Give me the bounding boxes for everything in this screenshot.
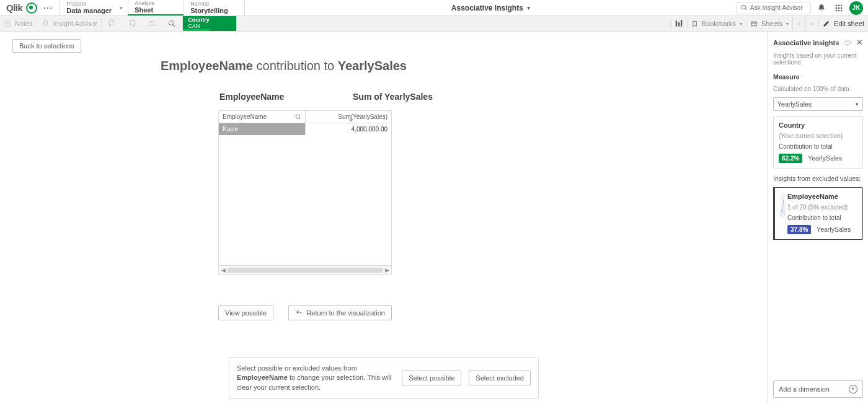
pct-badge: 37.8%: [787, 225, 811, 234]
notes-label: Notes: [15, 20, 33, 27]
chevron-down-icon[interactable]: ▾: [527, 4, 530, 11]
content-area: Back to selections EmployeeName contribu…: [0, 32, 768, 404]
nav-tab-prepare[interactable]: Prepare Data manager ▾: [60, 0, 128, 15]
nav-tab-analyze[interactable]: Analyze Sheet: [128, 0, 184, 15]
top-right: JK: [737, 0, 868, 15]
svg-line-26: [299, 118, 300, 119]
footer-banner: Select possible or excluded values from …: [229, 357, 539, 399]
selection-forward-icon[interactable]: [125, 17, 139, 30]
scroll-left-icon[interactable]: ◀: [219, 267, 228, 273]
svg-point-14: [43, 20, 47, 24]
svg-rect-3: [838, 4, 839, 6]
card-title: EmployeeName: [787, 193, 857, 200]
associative-insights-panel: Associative insights ✕ Insights based on…: [768, 32, 868, 404]
smart-search-icon[interactable]: [165, 17, 179, 30]
view-possible-button[interactable]: View possible: [218, 305, 273, 320]
card-contrib-value: 37.8% YearlySales: [787, 225, 857, 234]
insight-card-country[interactable]: Country (Your current selection) Contrib…: [773, 116, 863, 169]
help-icon[interactable]: [844, 39, 851, 46]
insight-advisor-label: Insight Advisor: [53, 20, 98, 27]
th-label: Sum(YearlySales): [338, 113, 388, 120]
svg-rect-8: [836, 9, 837, 11]
table-header: EmployeeName Sum(YearlySales) ▼: [219, 111, 391, 123]
svg-point-0: [742, 5, 745, 9]
add-dimension-button[interactable]: Add a dimension +: [773, 380, 863, 398]
back-to-selections-button[interactable]: Back to selections: [12, 39, 81, 53]
table-header-cell[interactable]: Sum(YearlySales) ▼: [306, 111, 391, 123]
select-excluded-button[interactable]: Select excluded: [469, 371, 531, 385]
close-icon[interactable]: ✕: [856, 38, 863, 47]
logo-text: Qlik: [6, 2, 22, 13]
top-center: Associative Insights ▾: [245, 0, 737, 15]
search-icon[interactable]: [295, 114, 301, 120]
chevron-down-icon: ▾: [786, 21, 789, 27]
top-app-bar: Qlik ⋯ Prepare Data manager ▾ Analyze Sh…: [0, 0, 868, 16]
chevron-down-icon: ▾: [740, 21, 742, 27]
bookmarks-button[interactable]: Bookmarks ▾: [687, 20, 746, 27]
toolbar: Notes Insight Advisor Country CAN Bookma…: [0, 16, 868, 32]
main: Back to selections EmployeeName contribu…: [0, 32, 868, 404]
nav-tab-top: Prepare: [66, 1, 112, 7]
insight-card-employeename[interactable]: EmployeeName 1 of 20 (5% excluded) Contr…: [773, 187, 863, 240]
clear-selections-icon[interactable]: [145, 17, 159, 30]
next-sheet-button[interactable]: ›: [805, 16, 818, 31]
selection-tools: [102, 16, 183, 31]
pct-badge: 62.2%: [779, 154, 802, 163]
measure-value: YearlySales: [777, 100, 812, 108]
sheets-button[interactable]: Sheets ▾: [746, 20, 792, 27]
svg-rect-5: [836, 7, 837, 8]
content-inner: EmployeeName contribution to YearlySales…: [161, 59, 607, 320]
data-table: EmployeeName Sum(YearlySales) ▼ Kasie 4,…: [218, 110, 392, 274]
return-to-viz-button[interactable]: Return to the visualization: [288, 305, 392, 320]
col-header-1: EmployeeName: [161, 92, 285, 102]
card-measure: YearlySales: [808, 154, 842, 162]
bookmarks-label: Bookmarks: [702, 20, 736, 27]
selection-tag-country[interactable]: Country CAN: [183, 16, 236, 31]
insight-search[interactable]: [737, 2, 811, 14]
excluded-section-label: Insights from excluded values:: [773, 175, 863, 182]
svg-rect-21: [678, 22, 680, 27]
nav-tab-top: Analyze: [135, 1, 167, 7]
footer-pre: Select possible or excluded values from: [237, 364, 357, 372]
apps-grid-icon[interactable]: [832, 1, 846, 15]
prev-sheet-button[interactable]: ‹: [792, 16, 805, 31]
selection-value: CAN: [188, 24, 231, 30]
edit-sheet-button[interactable]: Edit sheet: [818, 20, 868, 27]
app-menu-icon[interactable]: ⋯: [41, 1, 55, 15]
plus-icon: +: [849, 385, 857, 393]
page-heading: EmployeeName contribution to YearlySales: [161, 59, 607, 73]
scroll-track[interactable]: [228, 268, 383, 273]
measure-sub: Calculated on 100% of data: [773, 86, 863, 92]
svg-rect-6: [838, 7, 839, 8]
bell-icon[interactable]: [815, 1, 828, 15]
card-contrib-label: Contribution to total: [779, 143, 857, 150]
card-contrib-label: Contribution to total: [787, 214, 857, 221]
nav-tab-narrate[interactable]: Narrate Storytelling: [184, 0, 245, 15]
selection-back-icon[interactable]: [105, 17, 119, 30]
measure-select[interactable]: YearlySales ▾: [773, 97, 863, 111]
select-possible-button[interactable]: Select possible: [402, 371, 461, 385]
svg-rect-22: [681, 20, 682, 27]
card-title: Country: [779, 121, 857, 129]
table-scrollbar[interactable]: ◀ ▶: [219, 265, 391, 274]
table-header-cell[interactable]: EmployeeName: [219, 111, 306, 123]
footer-message: Select possible or excluded values from …: [237, 364, 394, 392]
heading-measure: YearlySales: [338, 59, 407, 72]
selections-tool-icon[interactable]: [670, 19, 687, 28]
panel-header: Associative insights ✕: [773, 38, 863, 47]
table-empty-area: [219, 135, 391, 265]
measure-label: Measure: [773, 73, 863, 81]
cell-name: Kasie: [219, 123, 306, 135]
col-header-2: Sum of YearlySales: [285, 92, 607, 102]
svg-rect-23: [751, 22, 756, 25]
nav-tab-bottom: Data manager: [66, 7, 112, 14]
avatar[interactable]: JK: [849, 1, 863, 15]
add-dim-label: Add a dimension: [779, 385, 830, 393]
notes-button[interactable]: Notes: [0, 16, 37, 31]
svg-rect-15: [110, 20, 114, 25]
insight-advisor-button[interactable]: Insight Advisor: [37, 16, 102, 31]
svg-rect-4: [841, 4, 842, 6]
table-row[interactable]: Kasie 4,000,000.00: [219, 123, 391, 135]
scroll-right-icon[interactable]: ▶: [383, 267, 391, 273]
search-input[interactable]: [750, 4, 806, 11]
